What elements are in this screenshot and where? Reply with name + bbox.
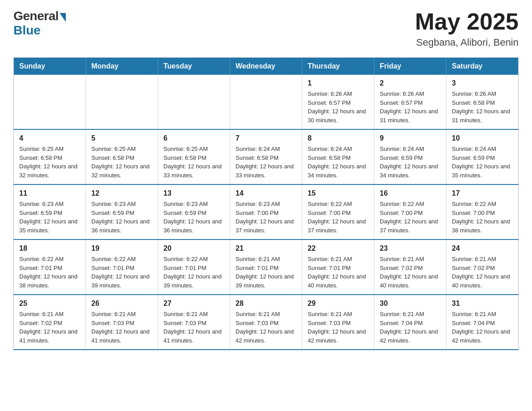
calendar-cell: 19Sunrise: 6:22 AMSunset: 7:01 PMDayligh…: [86, 240, 158, 295]
day-number: 26: [91, 300, 152, 308]
day-number: 19: [91, 244, 152, 253]
calendar-cell: [230, 75, 302, 129]
day-number: 12: [91, 189, 152, 197]
calendar-cell: 8Sunrise: 6:24 AMSunset: 6:58 PMDaylight…: [302, 129, 374, 184]
day-number: 30: [380, 300, 441, 308]
logo-blue: Blue: [13, 23, 41, 38]
weekday-header-saturday: Saturday: [446, 58, 519, 75]
day-info: Sunrise: 6:24 AMSunset: 6:59 PMDaylight:…: [452, 145, 513, 180]
weekday-header-wednesday: Wednesday: [230, 58, 302, 75]
day-number: 8: [308, 134, 369, 142]
calendar-cell: [14, 75, 86, 129]
day-info: Sunrise: 6:21 AMSunset: 7:04 PMDaylight:…: [452, 310, 513, 345]
logo-general: General: [13, 9, 59, 23]
day-info: Sunrise: 6:24 AMSunset: 6:58 PMDaylight:…: [236, 145, 296, 180]
calendar-cell: 3Sunrise: 6:26 AMSunset: 6:58 PMDaylight…: [446, 75, 519, 129]
day-info: Sunrise: 6:25 AMSunset: 6:58 PMDaylight:…: [91, 145, 152, 180]
day-info: Sunrise: 6:26 AMSunset: 6:57 PMDaylight:…: [380, 90, 441, 124]
calendar-cell: 12Sunrise: 6:23 AMSunset: 6:59 PMDayligh…: [86, 184, 158, 240]
weekday-header-tuesday: Tuesday: [158, 58, 230, 75]
day-number: 4: [19, 134, 80, 142]
day-info: Sunrise: 6:22 AMSunset: 7:00 PMDaylight:…: [308, 200, 369, 235]
calendar-cell: [158, 75, 230, 129]
day-info: Sunrise: 6:24 AMSunset: 6:59 PMDaylight:…: [380, 145, 441, 180]
weekday-header-thursday: Thursday: [302, 58, 374, 75]
calendar-cell: 15Sunrise: 6:22 AMSunset: 7:00 PMDayligh…: [302, 184, 374, 240]
page-header: General Blue May 2025 Segbana, Alibori, …: [13, 9, 519, 48]
day-number: 22: [308, 244, 369, 253]
location-title: Segbana, Alibori, Benin: [415, 37, 519, 48]
day-info: Sunrise: 6:22 AMSunset: 7:01 PMDaylight:…: [19, 255, 80, 290]
calendar-cell: 20Sunrise: 6:22 AMSunset: 7:01 PMDayligh…: [158, 240, 230, 295]
calendar-cell: 30Sunrise: 6:21 AMSunset: 7:04 PMDayligh…: [374, 295, 446, 350]
day-number: 23: [380, 244, 441, 253]
day-number: 24: [452, 244, 513, 253]
calendar-cell: 7Sunrise: 6:24 AMSunset: 6:58 PMDaylight…: [230, 129, 302, 184]
calendar-cell: 21Sunrise: 6:21 AMSunset: 7:01 PMDayligh…: [230, 240, 302, 295]
day-info: Sunrise: 6:22 AMSunset: 7:01 PMDaylight:…: [163, 255, 224, 290]
day-info: Sunrise: 6:25 AMSunset: 6:58 PMDaylight:…: [163, 145, 224, 180]
calendar-cell: 5Sunrise: 6:25 AMSunset: 6:58 PMDaylight…: [86, 129, 158, 184]
day-number: 9: [380, 134, 441, 142]
calendar-cell: 2Sunrise: 6:26 AMSunset: 6:57 PMDaylight…: [374, 75, 446, 129]
calendar-cell: 28Sunrise: 6:21 AMSunset: 7:03 PMDayligh…: [230, 295, 302, 350]
day-info: Sunrise: 6:21 AMSunset: 7:02 PMDaylight:…: [380, 255, 441, 290]
day-number: 31: [452, 300, 513, 308]
calendar-cell: 16Sunrise: 6:22 AMSunset: 7:00 PMDayligh…: [374, 184, 446, 240]
day-info: Sunrise: 6:21 AMSunset: 7:03 PMDaylight:…: [91, 310, 152, 345]
day-info: Sunrise: 6:23 AMSunset: 6:59 PMDaylight:…: [91, 200, 152, 235]
calendar-cell: 9Sunrise: 6:24 AMSunset: 6:59 PMDaylight…: [374, 129, 446, 184]
day-info: Sunrise: 6:22 AMSunset: 7:00 PMDaylight:…: [452, 200, 513, 235]
day-info: Sunrise: 6:21 AMSunset: 7:01 PMDaylight:…: [308, 255, 369, 290]
calendar-cell: 1Sunrise: 6:26 AMSunset: 6:57 PMDaylight…: [302, 75, 374, 129]
day-number: 10: [452, 134, 513, 142]
day-info: Sunrise: 6:21 AMSunset: 7:01 PMDaylight:…: [236, 255, 296, 290]
day-info: Sunrise: 6:22 AMSunset: 7:01 PMDaylight:…: [91, 255, 152, 290]
weekday-header-row: SundayMondayTuesdayWednesdayThursdayFrid…: [14, 58, 519, 75]
weekday-header-friday: Friday: [374, 58, 446, 75]
calendar-cell: 11Sunrise: 6:23 AMSunset: 6:59 PMDayligh…: [14, 184, 86, 240]
day-number: 18: [19, 244, 80, 253]
weekday-header-monday: Monday: [86, 58, 158, 75]
calendar-cell: 18Sunrise: 6:22 AMSunset: 7:01 PMDayligh…: [14, 240, 86, 295]
calendar-cell: 31Sunrise: 6:21 AMSunset: 7:04 PMDayligh…: [446, 295, 519, 350]
day-number: 17: [452, 189, 513, 197]
calendar-cell: 22Sunrise: 6:21 AMSunset: 7:01 PMDayligh…: [302, 240, 374, 295]
day-number: 15: [308, 189, 369, 197]
month-year-title: May 2025: [415, 9, 519, 34]
day-info: Sunrise: 6:21 AMSunset: 7:03 PMDaylight:…: [308, 310, 369, 345]
day-number: 14: [236, 189, 296, 197]
calendar-cell: 25Sunrise: 6:21 AMSunset: 7:02 PMDayligh…: [14, 295, 86, 350]
calendar-cell: 27Sunrise: 6:21 AMSunset: 7:03 PMDayligh…: [158, 295, 230, 350]
day-number: 25: [19, 300, 80, 308]
title-block: May 2025 Segbana, Alibori, Benin: [415, 9, 519, 48]
day-number: 2: [380, 79, 441, 87]
weekday-header-sunday: Sunday: [14, 58, 86, 75]
day-info: Sunrise: 6:26 AMSunset: 6:58 PMDaylight:…: [452, 90, 513, 124]
day-info: Sunrise: 6:25 AMSunset: 6:58 PMDaylight:…: [19, 145, 80, 180]
logo-arrow-icon: [60, 13, 66, 22]
calendar-cell: 6Sunrise: 6:25 AMSunset: 6:58 PMDaylight…: [158, 129, 230, 184]
calendar-cell: 29Sunrise: 6:21 AMSunset: 7:03 PMDayligh…: [302, 295, 374, 350]
day-number: 7: [236, 134, 296, 142]
day-info: Sunrise: 6:21 AMSunset: 7:03 PMDaylight:…: [236, 310, 296, 345]
calendar-cell: 23Sunrise: 6:21 AMSunset: 7:02 PMDayligh…: [374, 240, 446, 295]
day-number: 3: [452, 79, 513, 87]
calendar-week-row: 1Sunrise: 6:26 AMSunset: 6:57 PMDaylight…: [14, 75, 519, 129]
calendar-cell: 14Sunrise: 6:23 AMSunset: 7:00 PMDayligh…: [230, 184, 302, 240]
day-info: Sunrise: 6:21 AMSunset: 7:03 PMDaylight:…: [163, 310, 224, 345]
calendar-cell: 26Sunrise: 6:21 AMSunset: 7:03 PMDayligh…: [86, 295, 158, 350]
day-number: 28: [236, 300, 296, 308]
logo-text: General: [13, 9, 66, 23]
day-info: Sunrise: 6:24 AMSunset: 6:58 PMDaylight:…: [308, 145, 369, 180]
day-number: 21: [236, 244, 296, 253]
logo: General Blue: [13, 9, 66, 38]
calendar-cell: 13Sunrise: 6:23 AMSunset: 6:59 PMDayligh…: [158, 184, 230, 240]
day-number: 5: [91, 134, 152, 142]
day-number: 1: [308, 79, 369, 87]
day-number: 29: [308, 300, 369, 308]
calendar-cell: 4Sunrise: 6:25 AMSunset: 6:58 PMDaylight…: [14, 129, 86, 184]
day-number: 27: [163, 300, 224, 308]
calendar-cell: 10Sunrise: 6:24 AMSunset: 6:59 PMDayligh…: [446, 129, 519, 184]
day-number: 20: [163, 244, 224, 253]
